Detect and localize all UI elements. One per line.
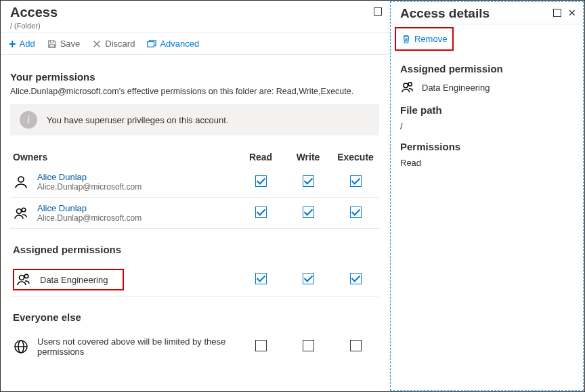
info-text: You have superuser privileges on this ac…: [47, 115, 228, 125]
access-header: Access / (Folder): [1, 1, 389, 33]
owner-email: Alice.Dunlap@microsoft.com: [37, 182, 142, 192]
your-permissions-heading: Your permissions: [10, 71, 379, 83]
svg-point-5: [20, 276, 24, 280]
assigned-permissions-heading: Assigned permissions: [13, 234, 376, 258]
svg-point-2: [18, 177, 24, 182]
file-path-heading: File path: [400, 104, 573, 116]
everyone-text: Users not covered above will be limited …: [37, 336, 227, 357]
access-panel: Access / (Folder) +Add Save Discard Adva…: [1, 1, 389, 391]
write-checkbox[interactable]: [303, 273, 314, 284]
details-header: Access details ✕: [391, 2, 583, 24]
read-checkbox[interactable]: [255, 340, 267, 351]
read-checkbox[interactable]: [255, 206, 267, 218]
col-owners: Owners: [10, 148, 237, 167]
execute-checkbox[interactable]: [350, 340, 362, 351]
highlighted-entity: Data Engineering: [13, 269, 124, 290]
panel-title: Access: [10, 5, 58, 20]
table-row: Alice DunlapAlice.Dunlap@microsoft.com: [10, 198, 379, 229]
svg-point-6: [24, 274, 28, 278]
table-row: Data Engineering: [10, 263, 379, 297]
advanced-icon: [147, 39, 156, 49]
read-checkbox[interactable]: [255, 273, 267, 284]
close-icon[interactable]: ✕: [568, 9, 576, 17]
maximize-icon[interactable]: [374, 7, 382, 16]
execute-checkbox[interactable]: [350, 273, 362, 284]
globe-icon: [13, 339, 29, 355]
write-checkbox[interactable]: [303, 340, 314, 351]
assigned-entity: Data Engineering: [400, 80, 573, 95]
discard-icon: [92, 39, 102, 49]
add-button[interactable]: +Add: [9, 39, 35, 49]
effective-permissions-text: Alice.Dunlap@microsoft.com's effective p…: [10, 87, 379, 96]
plus-icon: +: [9, 39, 16, 49]
group-icon: [16, 271, 32, 288]
remove-button[interactable]: Remove: [402, 34, 447, 44]
info-banner: i You have superuser privileges on this …: [10, 104, 379, 135]
everyone-heading: Everyone else: [13, 302, 376, 326]
table-row: Alice DunlapAlice.Dunlap@microsoft.com: [10, 167, 379, 198]
table-row: Users not covered above will be limited …: [10, 331, 379, 362]
col-write: Write: [284, 148, 332, 167]
svg-rect-0: [49, 44, 54, 47]
breadcrumb: / (Folder): [10, 22, 58, 30]
trash-icon: [402, 35, 411, 44]
save-icon: [47, 39, 57, 49]
execute-checkbox[interactable]: [350, 206, 362, 218]
group-icon: [400, 80, 415, 95]
col-execute: Execute: [332, 148, 379, 167]
write-checkbox[interactable]: [303, 206, 314, 218]
owner-email: Alice.Dunlap@microsoft.com: [37, 213, 142, 223]
read-checkbox[interactable]: [255, 175, 267, 187]
svg-point-3: [17, 209, 22, 213]
save-button[interactable]: Save: [47, 39, 81, 49]
maximize-icon[interactable]: [553, 9, 561, 17]
assigned-name[interactable]: Data Engineering: [40, 275, 108, 285]
info-icon: i: [20, 111, 37, 129]
person-icon: [13, 174, 29, 190]
group-icon: [13, 205, 29, 221]
permissions-value: Read: [400, 158, 573, 168]
details-title: Access details: [400, 6, 490, 21]
details-panel: Access details ✕ Remove Assigned permiss…: [390, 1, 584, 391]
assigned-permission-heading: Assigned permission: [400, 63, 573, 74]
advanced-button[interactable]: Advanced: [147, 39, 199, 49]
col-read: Read: [237, 148, 284, 167]
remove-button-highlight: Remove: [395, 27, 454, 51]
file-path-value: /: [400, 121, 573, 131]
owners-table: Owners Read Write Execute Alice DunlapAl…: [10, 148, 379, 362]
svg-point-9: [404, 83, 408, 87]
owner-name[interactable]: Alice Dunlap: [37, 172, 142, 182]
execute-checkbox[interactable]: [350, 175, 362, 187]
svg-point-10: [408, 83, 412, 86]
assigned-name: Data Engineering: [422, 83, 490, 93]
svg-rect-1: [148, 41, 154, 47]
discard-button[interactable]: Discard: [92, 39, 135, 49]
owner-name[interactable]: Alice Dunlap: [37, 203, 142, 213]
svg-point-4: [22, 208, 26, 212]
write-checkbox[interactable]: [303, 175, 314, 187]
permissions-heading: Permissions: [400, 141, 573, 152]
toolbar: +Add Save Discard Advanced: [1, 33, 389, 55]
